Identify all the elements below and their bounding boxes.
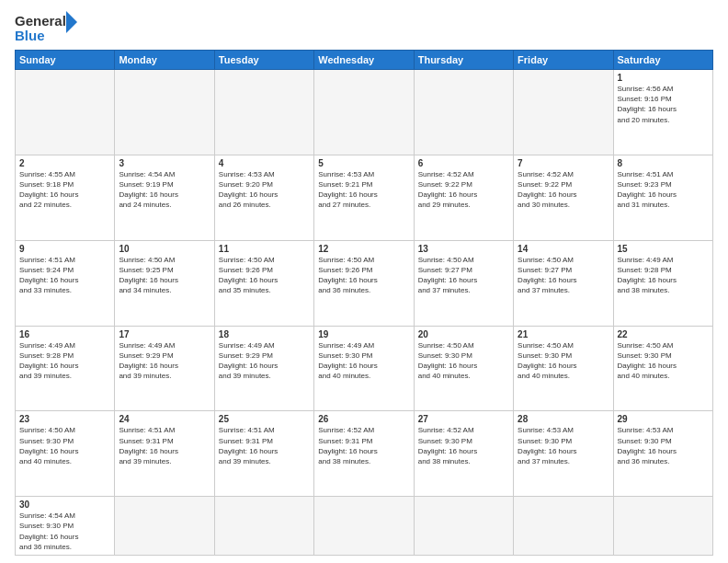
day-info: Sunrise: 4:52 AMSunset: 9:22 PMDaylight:… [418,169,509,211]
day-info: Sunrise: 4:55 AMSunset: 9:18 PMDaylight:… [19,169,110,211]
weekday-header-thursday: Thursday [414,51,513,70]
day-info: Sunrise: 4:49 AMSunset: 9:30 PMDaylight:… [318,340,409,382]
day-number: 17 [119,329,210,339]
day-info: Sunrise: 4:49 AMSunset: 9:29 PMDaylight:… [219,340,310,382]
week-row-6: 30Sunrise: 4:54 AMSunset: 9:30 PMDayligh… [16,497,713,556]
day-number: 8 [618,158,709,168]
calendar-cell [414,497,513,556]
calendar-cell: 1Sunrise: 4:56 AMSunset: 9:16 PMDaylight… [613,70,712,155]
day-number: 22 [618,329,709,339]
day-info: Sunrise: 4:51 AMSunset: 9:31 PMDaylight:… [119,425,210,466]
calendar-cell: 8Sunrise: 4:51 AMSunset: 9:23 PMDaylight… [613,155,712,240]
calendar-cell: 10Sunrise: 4:50 AMSunset: 9:25 PMDayligh… [115,240,214,326]
day-info: Sunrise: 4:52 AMSunset: 9:31 PMDaylight:… [318,425,409,466]
day-number: 11 [219,244,310,254]
day-number: 26 [318,414,409,424]
calendar-cell: 18Sunrise: 4:49 AMSunset: 9:29 PMDayligh… [214,326,313,411]
calendar-cell: 22Sunrise: 4:50 AMSunset: 9:30 PMDayligh… [613,326,712,411]
calendar-cell: 25Sunrise: 4:51 AMSunset: 9:31 PMDayligh… [214,411,313,497]
calendar-cell: 13Sunrise: 4:50 AMSunset: 9:27 PMDayligh… [414,240,513,326]
calendar-cell [314,70,414,155]
day-number: 14 [518,244,609,254]
svg-text:Blue: Blue [15,28,45,43]
day-info: Sunrise: 4:52 AMSunset: 9:30 PMDaylight:… [418,425,509,466]
calendar-cell: 20Sunrise: 4:50 AMSunset: 9:30 PMDayligh… [414,326,513,411]
calendar-cell: 23Sunrise: 4:50 AMSunset: 9:30 PMDayligh… [16,411,115,497]
calendar-cell [115,497,214,556]
week-row-4: 16Sunrise: 4:49 AMSunset: 9:28 PMDayligh… [16,326,713,411]
day-number: 10 [119,244,210,254]
day-number: 20 [418,329,509,339]
weekday-header-monday: Monday [115,51,214,70]
day-info: Sunrise: 4:50 AMSunset: 9:26 PMDaylight:… [219,255,310,296]
day-info: Sunrise: 4:52 AMSunset: 9:22 PMDaylight:… [518,169,609,211]
calendar-cell: 19Sunrise: 4:49 AMSunset: 9:30 PMDayligh… [314,326,414,411]
day-info: Sunrise: 4:49 AMSunset: 9:28 PMDaylight:… [19,340,110,382]
calendar-cell: 2Sunrise: 4:55 AMSunset: 9:18 PMDaylight… [16,155,115,240]
calendar-cell [414,70,513,155]
week-row-5: 23Sunrise: 4:50 AMSunset: 9:30 PMDayligh… [16,411,713,497]
day-info: Sunrise: 4:50 AMSunset: 9:27 PMDaylight:… [518,255,609,296]
weekday-header-wednesday: Wednesday [314,51,414,70]
day-number: 5 [318,158,409,168]
day-number: 2 [19,158,110,168]
day-info: Sunrise: 4:54 AMSunset: 9:19 PMDaylight:… [119,169,210,211]
calendar-cell: 24Sunrise: 4:51 AMSunset: 9:31 PMDayligh… [115,411,214,497]
calendar-cell: 9Sunrise: 4:51 AMSunset: 9:24 PMDaylight… [16,240,115,326]
calendar-cell [613,497,712,556]
day-number: 24 [119,414,210,424]
calendar-cell: 6Sunrise: 4:52 AMSunset: 9:22 PMDaylight… [414,155,513,240]
day-number: 18 [219,329,310,339]
weekday-header-tuesday: Tuesday [214,51,313,70]
calendar-cell: 27Sunrise: 4:52 AMSunset: 9:30 PMDayligh… [414,411,513,497]
calendar-cell: 29Sunrise: 4:53 AMSunset: 9:30 PMDayligh… [613,411,712,497]
page: GeneralBlue SundayMondayTuesdayWednesday… [0,0,728,563]
calendar-cell: 3Sunrise: 4:54 AMSunset: 9:19 PMDaylight… [115,155,214,240]
day-number: 3 [119,158,210,168]
calendar-cell: 4Sunrise: 4:53 AMSunset: 9:20 PMDaylight… [214,155,313,240]
day-number: 28 [518,414,609,424]
day-info: Sunrise: 4:54 AMSunset: 9:30 PMDaylight:… [19,511,110,552]
weekday-header-friday: Friday [514,51,613,70]
calendar-cell [514,497,613,556]
day-info: Sunrise: 4:51 AMSunset: 9:23 PMDaylight:… [618,169,709,211]
week-row-1: 1Sunrise: 4:56 AMSunset: 9:16 PMDaylight… [16,70,713,155]
day-info: Sunrise: 4:53 AMSunset: 9:20 PMDaylight:… [219,169,310,211]
calendar-cell: 11Sunrise: 4:50 AMSunset: 9:26 PMDayligh… [214,240,313,326]
calendar-cell: 14Sunrise: 4:50 AMSunset: 9:27 PMDayligh… [514,240,613,326]
logo: GeneralBlue [15,11,79,44]
calendar-cell [314,497,414,556]
calendar-cell: 17Sunrise: 4:49 AMSunset: 9:29 PMDayligh… [115,326,214,411]
day-number: 25 [219,414,310,424]
calendar-cell [214,497,313,556]
day-info: Sunrise: 4:51 AMSunset: 9:24 PMDaylight:… [19,255,110,296]
day-info: Sunrise: 4:50 AMSunset: 9:30 PMDaylight:… [418,340,509,382]
day-info: Sunrise: 4:53 AMSunset: 9:30 PMDaylight:… [618,425,709,466]
day-number: 6 [418,158,509,168]
calendar-cell: 28Sunrise: 4:53 AMSunset: 9:30 PMDayligh… [514,411,613,497]
day-number: 12 [318,244,409,254]
day-info: Sunrise: 4:50 AMSunset: 9:30 PMDaylight:… [618,340,709,382]
svg-marker-2 [66,11,77,33]
weekday-header-sunday: Sunday [16,51,115,70]
day-info: Sunrise: 4:53 AMSunset: 9:21 PMDaylight:… [318,169,409,211]
calendar-cell: 12Sunrise: 4:50 AMSunset: 9:26 PMDayligh… [314,240,414,326]
svg-text:General: General [15,13,66,29]
day-info: Sunrise: 4:56 AMSunset: 9:16 PMDaylight:… [618,84,709,125]
day-number: 29 [618,414,709,424]
day-info: Sunrise: 4:49 AMSunset: 9:28 PMDaylight:… [618,255,709,296]
calendar-cell [115,70,214,155]
calendar-cell: 5Sunrise: 4:53 AMSunset: 9:21 PMDaylight… [314,155,414,240]
generalblue-logo: GeneralBlue [15,11,79,44]
day-number: 16 [19,329,110,339]
week-row-2: 2Sunrise: 4:55 AMSunset: 9:18 PMDaylight… [16,155,713,240]
header: GeneralBlue [15,11,713,44]
day-number: 9 [19,244,110,254]
day-number: 1 [618,73,709,83]
day-info: Sunrise: 4:50 AMSunset: 9:30 PMDaylight:… [19,425,110,466]
day-number: 13 [418,244,509,254]
day-number: 23 [19,414,110,424]
day-number: 30 [19,500,110,510]
day-info: Sunrise: 4:49 AMSunset: 9:29 PMDaylight:… [119,340,210,382]
calendar-cell: 21Sunrise: 4:50 AMSunset: 9:30 PMDayligh… [514,326,613,411]
